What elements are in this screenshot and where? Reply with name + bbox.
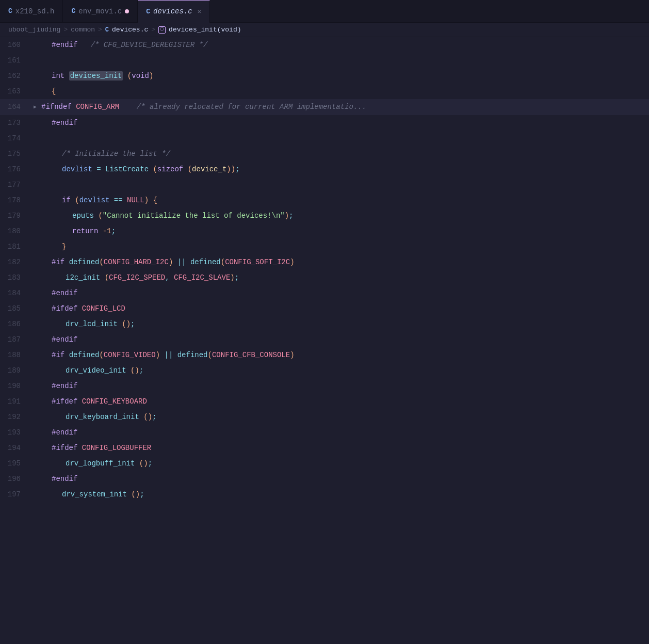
code-line-190: 190#endif xyxy=(0,378,649,394)
breadcrumb-project[interactable]: uboot_jiuding xyxy=(8,26,60,34)
tab-c-icon: C xyxy=(8,7,12,15)
code-line-186: 186drv_lcd_init (); xyxy=(0,316,649,332)
line-number: 195 xyxy=(0,456,31,471)
code-line-177: 177 xyxy=(0,177,649,192)
line-number: 182 xyxy=(0,254,31,270)
line-content: { xyxy=(39,84,649,99)
code-line-191: 191#ifdef CONFIG_KEYBOARD xyxy=(0,394,649,409)
line-number: 197 xyxy=(0,487,31,502)
line-number: 160 xyxy=(0,37,31,53)
line-number: 176 xyxy=(0,162,31,177)
line-number: 194 xyxy=(0,440,31,456)
modified-dot xyxy=(125,9,129,13)
line-number: 181 xyxy=(0,239,31,254)
code-line-178: 178if (devlist == NULL) { xyxy=(0,192,649,208)
line-number: 190 xyxy=(0,378,31,394)
line-number: 189 xyxy=(0,363,31,378)
line-content: #ifndef CONFIG_ARM /* already relocated … xyxy=(39,99,649,115)
breadcrumb-sep1: > xyxy=(63,26,68,34)
line-number: 196 xyxy=(0,471,31,487)
breadcrumb-func-icon: ⬡ xyxy=(158,26,166,34)
code-line-183: 183i2c_init (CFG_I2C_SPEED, CFG_I2C_SLAV… xyxy=(0,270,649,285)
code-line-184: 184#endif xyxy=(0,285,649,301)
line-content: #ifdef CONFIG_LOGBUFFER xyxy=(39,440,649,456)
code-line-181: 181} xyxy=(0,239,649,254)
line-number: 178 xyxy=(0,192,31,208)
line-content: #endif xyxy=(39,471,649,487)
line-number: 188 xyxy=(0,347,31,363)
line-content: i2c_init (CFG_I2C_SPEED, CFG_I2C_SLAVE); xyxy=(39,270,649,285)
breadcrumb-folder[interactable]: common xyxy=(71,26,95,34)
code-line-197: 197drv_system_init (); xyxy=(0,487,649,502)
tab-c-icon: C xyxy=(146,8,150,15)
code-editor: 160#endif /* CFG_DEVICE_DEREGISTER */161… xyxy=(0,37,649,502)
code-line-180: 180return -1; xyxy=(0,223,649,239)
code-line-196: 196#endif xyxy=(0,471,649,487)
code-line-161: 161 xyxy=(0,53,649,68)
line-number: 187 xyxy=(0,332,31,347)
line-number: 186 xyxy=(0,316,31,332)
line-number: 173 xyxy=(0,115,31,131)
tab-close-icon[interactable]: ✕ xyxy=(198,8,201,15)
line-content: #ifdef CONFIG_LCD xyxy=(39,301,649,316)
code-line-164: 164#ifndef CONFIG_ARM /* already relocat… xyxy=(0,99,649,115)
line-number: 177 xyxy=(0,177,31,192)
line-content: drv_video_init (); xyxy=(39,363,649,378)
code-line-193: 193#endif xyxy=(0,425,649,440)
code-line-179: 179eputs ("Cannot initialize the list of… xyxy=(0,208,649,223)
code-line-174: 174 xyxy=(0,131,649,146)
tab-label: devices.c xyxy=(153,7,192,15)
line-content: return -1; xyxy=(39,223,649,239)
line-content: #if defined(CONFIG_HARD_I2C) || defined(… xyxy=(39,254,649,270)
tab-x210-sd[interactable]: C x210_sd.h xyxy=(0,0,63,23)
code-line-188: 188#if defined(CONFIG_VIDEO) || defined(… xyxy=(0,347,649,363)
code-line-160: 160#endif /* CFG_DEVICE_DEREGISTER */ xyxy=(0,37,649,53)
line-content: drv_system_init (); xyxy=(39,487,649,502)
code-line-163: 163{ xyxy=(0,84,649,99)
breadcrumb-c-icon: C xyxy=(105,26,109,34)
line-number: 161 xyxy=(0,53,31,68)
tab-c-icon: C xyxy=(71,7,75,15)
breadcrumb-filename[interactable]: devices.c xyxy=(112,26,148,34)
line-number: 185 xyxy=(0,301,31,316)
tab-label: env_movi.c xyxy=(78,7,122,15)
line-content: #endif xyxy=(39,378,649,394)
line-content: #if defined(CONFIG_VIDEO) || defined(CON… xyxy=(39,347,649,363)
tab-devices[interactable]: C devices.c ✕ xyxy=(138,0,210,23)
line-content: devlist = ListCreate (sizeof (device_t))… xyxy=(39,162,649,177)
line-content: drv_lcd_init (); xyxy=(39,316,649,332)
line-number: 164 xyxy=(0,99,31,115)
fold-arrow[interactable] xyxy=(31,99,39,115)
breadcrumb-sep2: > xyxy=(98,26,102,34)
line-number: 183 xyxy=(0,270,31,285)
code-line-185: 185#ifdef CONFIG_LCD xyxy=(0,301,649,316)
line-content: int devices_init (void) xyxy=(39,68,649,84)
code-line-187: 187#endif xyxy=(0,332,649,347)
code-line-162: 162int devices_init (void) xyxy=(0,68,649,84)
line-content: if (devlist == NULL) { xyxy=(39,192,649,208)
code-line-176: 176devlist = ListCreate (sizeof (device_… xyxy=(0,162,649,177)
line-content: #endif /* CFG_DEVICE_DEREGISTER */ xyxy=(39,37,649,53)
line-number: 184 xyxy=(0,285,31,301)
line-content: eputs ("Cannot initialize the list of de… xyxy=(39,208,649,223)
line-number: 193 xyxy=(0,425,31,440)
line-content: } xyxy=(39,239,649,254)
tab-bar: C x210_sd.h C env_movi.c C devices.c ✕ xyxy=(0,0,649,23)
breadcrumb-funcname[interactable]: devices_init(void) xyxy=(169,26,241,34)
line-content: #endif xyxy=(39,332,649,347)
line-content: /* Initialize the list */ xyxy=(39,146,649,162)
code-line-173: 173#endif xyxy=(0,115,649,131)
line-content: #ifdef CONFIG_KEYBOARD xyxy=(39,394,649,409)
line-number: 180 xyxy=(0,223,31,239)
code-line-192: 192drv_keyboard_init (); xyxy=(0,409,649,425)
tab-env-movi[interactable]: C env_movi.c xyxy=(63,0,138,23)
line-content: #endif xyxy=(39,425,649,440)
code-line-194: 194#ifdef CONFIG_LOGBUFFER xyxy=(0,440,649,456)
line-content: #endif xyxy=(39,115,649,131)
line-number: 175 xyxy=(0,146,31,162)
line-number: 162 xyxy=(0,68,31,84)
line-number: 179 xyxy=(0,208,31,223)
code-line-182: 182#if defined(CONFIG_HARD_I2C) || defin… xyxy=(0,254,649,270)
line-content: #endif xyxy=(39,285,649,301)
line-number: 174 xyxy=(0,131,31,146)
